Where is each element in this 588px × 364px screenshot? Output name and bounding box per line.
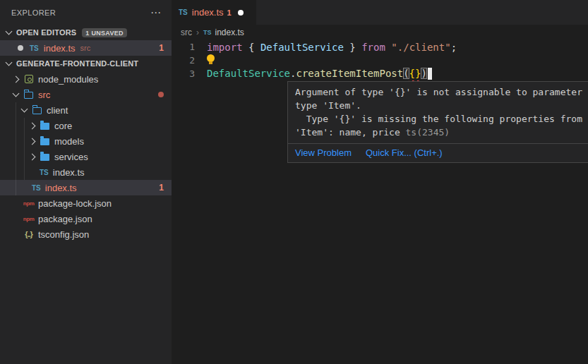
modified-dot-icon: [158, 92, 164, 97]
tree-item-package-json[interactable]: npm package.json: [0, 211, 172, 226]
breadcrumb-folder[interactable]: src: [181, 28, 192, 37]
tree-item-client-indexts[interactable]: TS index.ts: [0, 164, 172, 180]
module-string: "./client": [391, 42, 450, 53]
tree-item-package-lock[interactable]: npm package-lock.json: [0, 195, 172, 211]
error-message-line: type 'Item'.: [295, 99, 588, 112]
open-editor-filename: index.ts: [44, 43, 76, 54]
paren-close: ): [421, 68, 426, 79]
tree-item-src[interactable]: src: [0, 87, 172, 102]
more-actions-icon[interactable]: ⋯: [150, 9, 162, 16]
chevron-right-icon: [13, 75, 20, 83]
vscode-window: EXPLORER ⋯ OPEN EDITORS 1 UNSAVED TS ind…: [0, 0, 588, 364]
indent-guide: [24, 118, 25, 180]
unsaved-dot-icon[interactable]: [238, 10, 244, 16]
paren-open: (: [403, 68, 409, 79]
error-argument: {}: [409, 68, 421, 79]
project-section-header[interactable]: GENERATE-FRONTEND-CLIENT: [0, 56, 172, 71]
open-editors-section-header[interactable]: OPEN EDITORS 1 UNSAVED: [0, 25, 172, 40]
explorer-title: EXPLORER: [11, 8, 56, 17]
tree-item-label: core: [54, 121, 72, 131]
tree-item-client[interactable]: client: [0, 102, 172, 118]
tree-item-label: services: [54, 152, 88, 162]
typescript-file-icon: TS: [40, 169, 49, 176]
tree-item-label: index.ts: [45, 183, 77, 193]
breadcrumb: src › TS index.ts: [172, 25, 588, 40]
error-code: ts(2345): [406, 127, 450, 138]
error-message-line: Argument of type '{}' is not assignable …: [295, 85, 588, 99]
brace-close: }: [344, 42, 361, 53]
open-folder-icon: [23, 90, 34, 99]
npm-file-icon: npm: [23, 214, 34, 224]
chevron-down-icon: [6, 28, 13, 35]
tree-item-label: package.json: [38, 214, 92, 224]
tree-item-label: models: [54, 136, 84, 147]
typescript-file-icon: TS: [203, 29, 212, 36]
class-reference: DefaultService: [207, 68, 290, 79]
json-braces-icon: {..}: [23, 229, 34, 239]
open-editor-item-indexts[interactable]: TS index.ts src 1: [0, 40, 172, 56]
chevron-down-icon: [13, 90, 20, 97]
tab-error-count: 1: [227, 8, 232, 17]
error-hover-tooltip: Argument of type '{}' is not assignable …: [287, 81, 588, 163]
chevron-down-icon: [6, 59, 13, 66]
error-message: Argument of type '{}' is not assignable …: [288, 82, 588, 143]
unsaved-dot-icon: [18, 45, 23, 51]
semicolon: ;: [451, 42, 457, 53]
tab-filename: index.ts: [192, 7, 224, 18]
folder-icon: [40, 136, 50, 146]
tree-item-label: src: [38, 90, 50, 100]
keyword-from: from: [361, 42, 391, 53]
tree-item-label: tsconfig.json: [38, 229, 89, 240]
view-problem-link[interactable]: View Problem: [295, 147, 352, 158]
text-cursor: [428, 68, 432, 80]
indent-guide: [16, 102, 16, 195]
code-line-2[interactable]: 2: [172, 54, 588, 67]
chevron-down-icon: [21, 106, 28, 113]
explorer-sidebar: EXPLORER ⋯ OPEN EDITORS 1 UNSAVED TS ind…: [0, 0, 172, 364]
line-number[interactable]: 2: [172, 55, 207, 66]
breadcrumb-file[interactable]: index.ts: [215, 28, 244, 37]
tree-item-label: node_modules: [38, 74, 98, 85]
tree-item-core[interactable]: core: [0, 118, 172, 133]
open-folder-icon: [32, 105, 42, 115]
typescript-file-icon: TS: [32, 184, 41, 192]
sidebar-header: EXPLORER ⋯: [0, 0, 172, 25]
line-number[interactable]: 1: [172, 42, 207, 52]
tree-item-label: index.ts: [53, 167, 85, 178]
quick-fix-link[interactable]: Quick Fix... (Ctrl+.): [366, 147, 443, 158]
error-message-line: Type '{}' is missing the following prope…: [295, 112, 588, 126]
tree-item-node-modules[interactable]: node_modules: [0, 71, 172, 87]
method-call: createItemItemPost: [296, 68, 403, 79]
code-line-1[interactable]: 1 import { DefaultService } from "./clie…: [172, 40, 588, 54]
npm-file-icon: npm: [23, 198, 34, 208]
typescript-file-icon: TS: [30, 44, 39, 52]
typescript-file-icon: TS: [179, 8, 188, 16]
open-editor-path-detail: src: [80, 44, 91, 52]
tab-indexts[interactable]: TS index.ts 1: [172, 0, 256, 25]
package-folder-icon: [23, 74, 34, 84]
import-identifier: DefaultService: [260, 42, 344, 53]
chevron-right-icon: [29, 138, 36, 145]
code-line-3[interactable]: 3 DefaultService.createItemItemPost({}): [172, 67, 588, 80]
editor-area: TS index.ts 1 src › TS index.ts 1 import…: [172, 0, 588, 364]
tree-item-services[interactable]: services: [0, 149, 172, 164]
breadcrumb-separator-icon: ›: [196, 28, 199, 37]
folder-icon: [40, 152, 50, 162]
line-number[interactable]: 3: [172, 68, 207, 79]
tree-item-models[interactable]: models: [0, 133, 172, 149]
project-name-label: GENERATE-FRONTEND-CLIENT: [16, 59, 138, 68]
lightbulb-quickfix-icon[interactable]: [207, 54, 215, 65]
error-count-badge: 1: [159, 43, 164, 53]
tree-item-tsconfig[interactable]: {..} tsconfig.json: [0, 226, 172, 242]
chevron-right-icon: [29, 122, 36, 129]
hover-action-bar: View Problem Quick Fix... (Ctrl+.): [288, 143, 588, 162]
error-message-line: 'Item': name, price: [295, 127, 406, 138]
error-count-badge: 1: [159, 183, 164, 193]
unsaved-badge: 1 UNSAVED: [82, 28, 127, 37]
chevron-right-icon: [29, 153, 36, 160]
code-editor: 1 import { DefaultService } from "./clie…: [172, 40, 588, 80]
tree-item-src-indexts[interactable]: TS index.ts 1: [0, 180, 172, 195]
keyword-import: import: [207, 42, 248, 53]
brace-open: {: [248, 42, 260, 53]
open-editors-label: OPEN EDITORS: [16, 28, 76, 37]
